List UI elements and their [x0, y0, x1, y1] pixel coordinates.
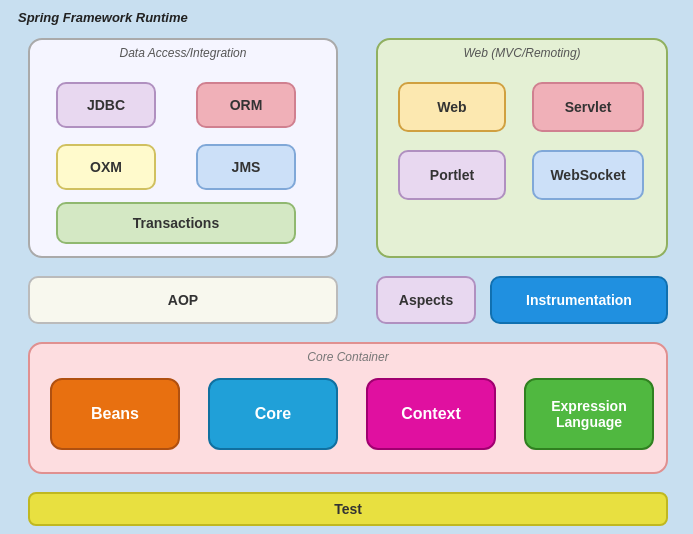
websocket-box: WebSocket — [532, 150, 644, 200]
page-title: Spring Framework Runtime — [18, 10, 188, 25]
jdbc-box: JDBC — [56, 82, 156, 128]
context-box: Context — [366, 378, 496, 450]
data-access-box: Data Access/Integration JDBC ORM OXM JMS… — [28, 38, 338, 258]
servlet-box: Servlet — [532, 82, 644, 132]
core-container-box: Core Container Beans Core Context Expres… — [28, 342, 668, 474]
web-mvc-label: Web (MVC/Remoting) — [378, 46, 666, 60]
expression-language-box: Expression Language — [524, 378, 654, 450]
jms-box: JMS — [196, 144, 296, 190]
core-box: Core — [208, 378, 338, 450]
test-box: Test — [28, 492, 668, 526]
oxm-box: OXM — [56, 144, 156, 190]
web-box: Web — [398, 82, 506, 132]
data-access-label: Data Access/Integration — [30, 46, 336, 60]
portlet-box: Portlet — [398, 150, 506, 200]
web-mvc-box: Web (MVC/Remoting) Web Servlet Portlet W… — [376, 38, 668, 258]
beans-box: Beans — [50, 378, 180, 450]
aop-box: AOP — [28, 276, 338, 324]
aspects-box: Aspects — [376, 276, 476, 324]
instrumentation-box: Instrumentation — [490, 276, 668, 324]
core-container-label: Core Container — [30, 350, 666, 364]
transactions-box: Transactions — [56, 202, 296, 244]
orm-box: ORM — [196, 82, 296, 128]
